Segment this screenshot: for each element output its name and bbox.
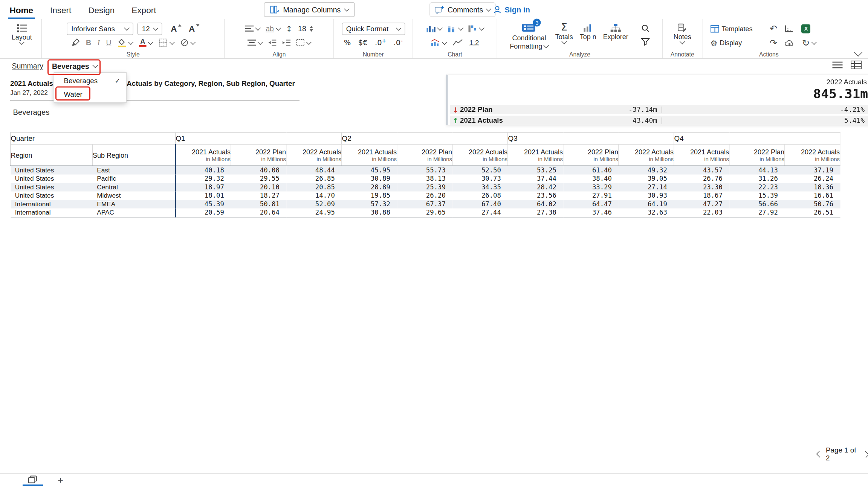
region-cell[interactable]: International (11, 209, 93, 217)
value-cell[interactable]: 53.25 (508, 166, 563, 174)
row-height-stepper[interactable]: 18 (298, 24, 313, 33)
value-cell[interactable]: 27.38 (508, 209, 563, 217)
value-cell[interactable]: 18.97 (176, 183, 231, 192)
region-cell[interactable]: United States (11, 166, 93, 174)
value-cell[interactable]: 18.67 (674, 192, 729, 200)
sparkline-icon[interactable] (453, 39, 463, 47)
value-cell[interactable]: 31.26 (729, 175, 785, 183)
value-cell[interactable]: 23.56 (508, 192, 563, 200)
value-cell[interactable]: 29.55 (231, 175, 286, 183)
measure-header-q3-2022-actuals[interactable]: 2022 Actualsin Millions (619, 144, 674, 166)
value-cell[interactable]: 25.39 (397, 183, 452, 192)
bar-chart-button[interactable] (426, 24, 442, 32)
sign-in-button[interactable]: Sign in (493, 3, 530, 17)
upload-icon[interactable] (785, 39, 795, 47)
value-cell[interactable]: 38.13 (397, 175, 452, 183)
menu-item-water[interactable]: Water (54, 88, 126, 101)
value-cell[interactable]: 37.46 (563, 209, 619, 217)
value-cell[interactable]: 48.44 (286, 166, 342, 174)
value-cell[interactable]: 33.29 (563, 183, 619, 192)
combo-chart-button[interactable] (431, 39, 446, 47)
excel-export-icon[interactable]: X (802, 24, 811, 33)
horizontal-align-button[interactable] (245, 26, 260, 32)
value-cell[interactable]: 47.27 (674, 200, 729, 209)
value-cell[interactable]: 22.03 (674, 209, 729, 217)
prev-page-button[interactable] (816, 451, 823, 457)
value-cell[interactable]: 23.30 (674, 183, 729, 192)
sub-region-cell[interactable]: APAC (92, 209, 176, 217)
layout-button[interactable]: Layout (12, 21, 32, 44)
value-cell[interactable]: 18.27 (231, 192, 286, 200)
value-cell[interactable]: 22.23 (729, 183, 785, 192)
font-size-select[interactable]: 12 (138, 22, 162, 35)
value-cell[interactable]: 27.92 (729, 209, 785, 217)
value-cell[interactable]: 19.85 (342, 192, 397, 200)
menu-item-beverages[interactable]: Beverages ✓ (54, 74, 126, 88)
sub-region-cell[interactable]: EMEA (92, 200, 176, 209)
value-cell[interactable]: 67.37 (397, 200, 452, 209)
grid-view-icon[interactable] (851, 61, 862, 70)
measure-header-q2-2022-actuals[interactable]: 2022 Actualsin Millions (452, 144, 508, 166)
value-cell[interactable]: 50.76 (785, 200, 840, 209)
quarter-header-q3[interactable]: Q3 (508, 133, 674, 145)
merge-cells-button[interactable] (296, 39, 311, 47)
value-cell[interactable]: 39.05 (619, 175, 674, 183)
value-cell[interactable]: 45.95 (342, 166, 397, 174)
quarter-header-q4[interactable]: Q4 (674, 133, 840, 145)
notes-button[interactable]: Notes (674, 21, 691, 44)
collapse-ribbon-icon[interactable] (854, 48, 862, 56)
format-painter-icon[interactable] (71, 38, 80, 47)
font-family-select[interactable]: Inforiver Sans (67, 22, 133, 35)
value-cell[interactable]: 56.66 (729, 200, 785, 209)
value-cell[interactable]: 30.88 (342, 209, 397, 217)
italic-button[interactable]: I (97, 38, 100, 47)
value-cell[interactable]: 45.39 (176, 200, 231, 209)
value-cell[interactable]: 20.59 (176, 209, 231, 217)
value-cell[interactable]: 61.40 (563, 166, 619, 174)
value-cell[interactable]: 29.65 (397, 209, 452, 217)
font-color-button[interactable]: A (139, 38, 153, 47)
wrap-text-button[interactable]: ab (266, 24, 280, 33)
value-cell[interactable]: 20.10 (231, 183, 286, 192)
value-cell[interactable]: 49.32 (619, 166, 674, 174)
underline-button[interactable]: U (106, 38, 112, 47)
quarter-header-q2[interactable]: Q2 (342, 133, 508, 145)
templates-button[interactable]: Templates (711, 24, 763, 32)
region-cell[interactable]: United States (11, 192, 93, 200)
waterfall-chart-button[interactable] (468, 24, 484, 32)
value-cell[interactable]: 16.61 (785, 192, 840, 200)
refresh-button[interactable]: ↻ (802, 38, 816, 47)
value-cell[interactable]: 26.20 (397, 192, 452, 200)
region-cell[interactable]: United States (11, 183, 93, 192)
measure-header-q2-2021-actuals[interactable]: 2021 Actualsin Millions (342, 144, 397, 166)
sub-region-cell[interactable]: Pacific (92, 175, 176, 183)
percent-format-button[interactable]: % (344, 38, 351, 47)
menu-tab-home[interactable]: Home (8, 0, 35, 19)
value-cell[interactable]: 26.51 (785, 209, 840, 217)
measure-header-q2-2022-plan[interactable]: 2022 Planin Millions (397, 144, 452, 166)
ruler-icon[interactable] (785, 24, 795, 33)
region-cell[interactable]: International (11, 200, 93, 209)
measure-header-q3-2021-actuals[interactable]: 2021 Actualsin Millions (508, 144, 563, 166)
measure-header-q4-2022-plan[interactable]: 2022 Planin Millions (729, 144, 785, 166)
value-cell[interactable]: 27.14 (619, 183, 674, 192)
value-cell[interactable]: 34.35 (452, 183, 508, 192)
quick-format-select[interactable]: Quick Format (342, 22, 405, 35)
menu-tab-export[interactable]: Export (130, 0, 158, 19)
value-cell[interactable]: 37.44 (508, 175, 563, 183)
sub-region-cell[interactable]: East (92, 166, 176, 174)
value-cell[interactable]: 30.93 (619, 192, 674, 200)
value-cell[interactable]: 28.89 (342, 183, 397, 192)
measure-header-q1-2021-actuals[interactable]: 2021 Actualsin Millions (176, 144, 231, 166)
value-cell[interactable]: 40.08 (231, 166, 286, 174)
value-cell[interactable]: 55.73 (397, 166, 452, 174)
sub-region-cell[interactable]: Midwest (92, 192, 176, 200)
value-cell[interactable]: 52.50 (452, 166, 508, 174)
sheet-tab[interactable] (23, 474, 43, 486)
row-header-region[interactable]: Region (11, 144, 93, 166)
summary-link[interactable]: Summary (12, 62, 43, 70)
sub-region-cell[interactable]: Central (92, 183, 176, 192)
decimal-places-button[interactable]: 1.2 (469, 39, 479, 47)
category-selector[interactable]: Beverages (52, 61, 97, 72)
value-cell[interactable]: 18.01 (176, 192, 231, 200)
